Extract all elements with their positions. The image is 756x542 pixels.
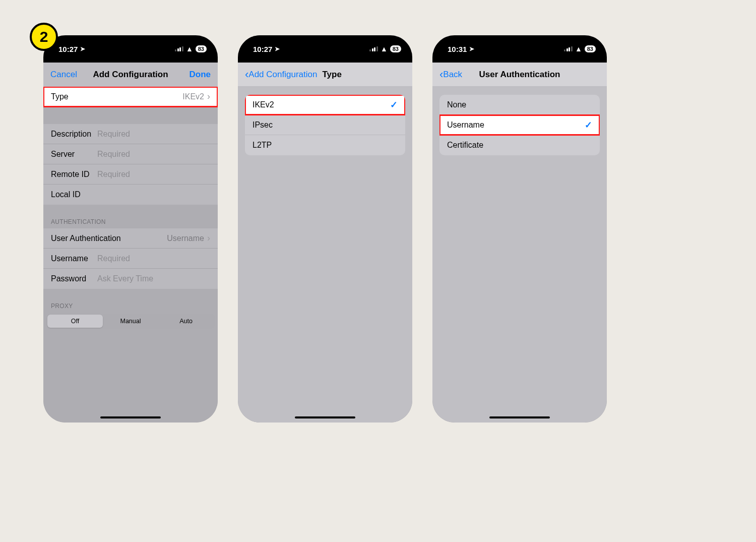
home-indicator[interactable] (100, 416, 161, 418)
username-row[interactable]: Username Required (43, 249, 218, 269)
remote-id-row[interactable]: Remote ID Required (43, 164, 218, 185)
option-label: None (447, 100, 488, 109)
type-value: IKEv2 (182, 92, 204, 101)
option-label: Certificate (447, 141, 488, 150)
status-bar: 10:31 ➤ ▲ 83 (432, 35, 607, 63)
username-placeholder: Required (97, 254, 130, 263)
wifi-icon: ▲ (186, 45, 193, 53)
option-label: IKEv2 (253, 100, 294, 109)
type-list-content: IKEv2 ✓ IPsec L2TP (238, 87, 412, 423)
description-label: Description (51, 130, 92, 139)
proxy-section-header: PROXY (43, 299, 218, 313)
auth-list-content: None Username ✓ Certificate (432, 87, 607, 423)
cellular-icon (175, 46, 183, 51)
auth-option-certificate[interactable]: Certificate (439, 135, 600, 155)
chevron-left-icon: ‹ (245, 69, 248, 80)
back-button[interactable]: ‹Add Configuration (245, 69, 317, 80)
status-bar: 10:27 ➤ ▲ 83 (43, 35, 218, 63)
status-bar: 10:27 ➤ ▲ 83 (238, 35, 412, 63)
checkmark-icon: ✓ (390, 99, 398, 110)
proxy-auto-segment[interactable]: Auto (158, 315, 214, 328)
status-time: 10:27 (253, 45, 272, 53)
location-icon: ➤ (80, 45, 85, 52)
auth-section-header: AUTHENTICATION (43, 215, 218, 228)
checkmark-icon: ✓ (585, 119, 592, 131)
local-id-label: Local ID (51, 190, 92, 199)
option-label: IPsec (253, 121, 294, 130)
done-button[interactable]: Done (190, 70, 211, 80)
user-auth-label: User Authentication (51, 234, 127, 243)
cellular-icon (369, 46, 378, 51)
server-label: Server (51, 150, 92, 159)
type-label: Type (51, 92, 92, 101)
chevron-right-icon: › (207, 91, 210, 102)
step-badge: 2 (30, 23, 58, 51)
battery-indicator: 83 (390, 45, 401, 52)
wifi-icon: ▲ (381, 45, 388, 53)
local-id-row[interactable]: Local ID (43, 185, 218, 205)
phone-type-picker: 10:27 ➤ ▲ 83 ‹Add Configuration Type IKE… (238, 35, 412, 423)
status-time: 10:27 (58, 45, 78, 53)
proxy-manual-segment[interactable]: Manual (103, 315, 158, 328)
nav-bar: ‹Back User Authentication (432, 63, 607, 87)
cancel-button[interactable]: Cancel (50, 70, 77, 80)
wifi-icon: ▲ (575, 45, 582, 53)
remote-id-label: Remote ID (51, 170, 92, 179)
description-row[interactable]: Description Required (43, 124, 218, 144)
nav-title: Type (322, 70, 341, 80)
password-row[interactable]: Password Ask Every Time (43, 269, 218, 289)
nav-bar: Cancel Add Configuration Done (43, 63, 218, 87)
proxy-segmented-control[interactable]: Off Manual Auto (46, 314, 215, 329)
nav-title: User Authentication (439, 70, 600, 80)
status-time: 10:31 (448, 45, 467, 53)
description-placeholder: Required (97, 130, 130, 139)
password-placeholder: Ask Every Time (97, 274, 153, 283)
type-option-l2tp[interactable]: L2TP (245, 135, 405, 155)
type-row[interactable]: Type IKEv2 › (43, 87, 218, 107)
proxy-off-segment[interactable]: Off (47, 315, 103, 328)
form-content: Type IKEv2 › Description Required Server… (43, 87, 218, 423)
nav-bar: ‹Add Configuration Type (238, 63, 412, 87)
phone-stage: 10:27 ➤ ▲ 83 Cancel Add Configuration Do… (0, 0, 650, 466)
option-label: Username (447, 121, 488, 130)
battery-indicator: 83 (196, 45, 207, 52)
type-option-ikev2[interactable]: IKEv2 ✓ (245, 95, 405, 115)
cellular-icon (564, 46, 573, 51)
auth-option-none[interactable]: None (439, 95, 600, 115)
type-option-ipsec[interactable]: IPsec (245, 115, 405, 135)
battery-indicator: 83 (585, 45, 596, 52)
username-label: Username (51, 254, 92, 263)
chevron-right-icon: › (207, 233, 210, 244)
home-indicator[interactable] (295, 416, 355, 418)
location-icon: ➤ (469, 45, 474, 52)
option-label: L2TP (253, 141, 294, 150)
auth-option-username[interactable]: Username ✓ (439, 115, 600, 135)
user-auth-row[interactable]: User Authentication Username › (43, 228, 218, 249)
location-icon: ➤ (275, 45, 280, 52)
chevron-left-icon: ‹ (439, 69, 443, 80)
remote-id-placeholder: Required (97, 170, 130, 179)
server-placeholder: Required (97, 150, 130, 159)
phone-add-configuration: 10:27 ➤ ▲ 83 Cancel Add Configuration Do… (43, 35, 218, 423)
phone-user-auth-picker: 10:31 ➤ ▲ 83 ‹Back User Authentication N… (432, 35, 607, 423)
server-row[interactable]: Server Required (43, 144, 218, 164)
back-button[interactable]: ‹Back (439, 69, 462, 80)
user-auth-value: Username (167, 234, 204, 243)
home-indicator[interactable] (489, 416, 550, 418)
password-label: Password (51, 274, 92, 283)
